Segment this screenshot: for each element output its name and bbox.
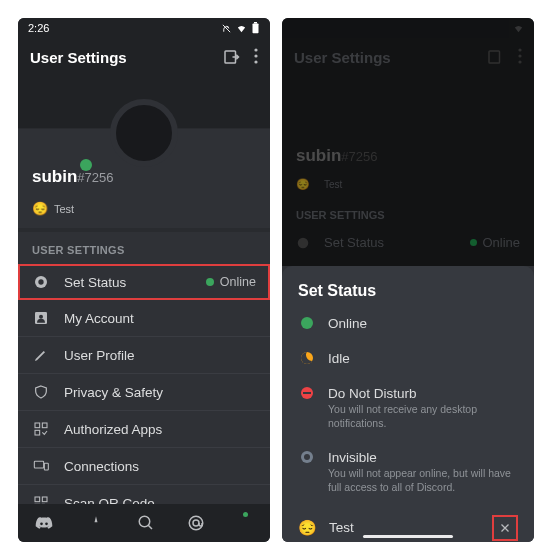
status-icons (221, 22, 260, 34)
setting-value: Online (206, 275, 256, 289)
connections-row[interactable]: Connections (18, 448, 270, 485)
setting-label: Authorized Apps (64, 422, 256, 437)
online-icon (301, 317, 313, 329)
overflow-menu-icon (518, 48, 522, 66)
svg-point-24 (193, 520, 199, 526)
devices-icon (32, 458, 50, 474)
online-dot-icon (206, 278, 214, 286)
svg-rect-15 (35, 497, 40, 502)
app-header: User Settings (282, 38, 534, 76)
svg-rect-12 (35, 430, 40, 435)
status-option-idle[interactable]: Idle (296, 341, 520, 376)
svg-rect-25 (489, 51, 500, 63)
custom-status-emoji: 😔 (298, 519, 317, 537)
app-header: User Settings (18, 38, 270, 76)
avatar[interactable] (110, 99, 178, 167)
presence-dot-icon (243, 512, 248, 517)
status-icon (32, 274, 50, 290)
privacy-safety-row[interactable]: Privacy & Safety (18, 374, 270, 411)
status-name: Do Not Disturb (328, 386, 518, 401)
clear-custom-status-button[interactable] (492, 515, 518, 541)
dimmed-background[interactable]: User Settings subin#7256 😔 Test USER SET… (282, 18, 534, 266)
svg-point-21 (45, 523, 48, 526)
setting-label: Privacy & Safety (64, 385, 256, 400)
emoji: 😔 (296, 178, 310, 191)
status-icon (296, 236, 310, 250)
page-title: User Settings (30, 49, 127, 66)
status-name: Online (328, 316, 367, 331)
custom-status-emoji: 😔 (32, 201, 48, 216)
status-option-invisible[interactable]: Invisible You will not appear online, bu… (296, 440, 520, 504)
dim-custom-status: 😔 Test (282, 170, 534, 199)
phone-right: User Settings subin#7256 😔 Test USER SET… (282, 18, 534, 542)
close-icon (499, 522, 511, 534)
idle-icon (301, 352, 313, 364)
tab-discord-icon[interactable] (34, 515, 54, 531)
status-option-dnd[interactable]: Do Not Disturb You will not receive any … (296, 376, 520, 440)
authorized-apps-row[interactable]: Authorized Apps (18, 411, 270, 448)
clock: 2:26 (28, 22, 49, 34)
section-header: USER SETTINGS (18, 232, 270, 264)
wifi-icon (236, 23, 247, 34)
svg-rect-13 (34, 461, 43, 468)
invisible-icon (301, 451, 313, 463)
tab-search-icon[interactable] (137, 514, 155, 532)
svg-point-9 (39, 315, 43, 319)
dim-section-header: USER SETTINGS (282, 199, 534, 227)
svg-point-7 (38, 279, 43, 284)
my-account-row[interactable]: My Account (18, 300, 270, 337)
svg-point-5 (254, 60, 257, 63)
status-name: Idle (328, 351, 350, 366)
pencil-icon (32, 347, 50, 363)
svg-point-27 (518, 54, 521, 57)
dnd-icon (301, 387, 313, 399)
svg-point-22 (139, 516, 150, 527)
apps-icon (32, 421, 50, 437)
custom-status-text: Test (54, 203, 74, 215)
wifi-icon (513, 23, 524, 34)
custom-status[interactable]: 😔 Test (18, 195, 270, 228)
setting-label: Set Status (64, 275, 192, 290)
sheet-title: Set Status (296, 276, 520, 306)
custom-status-text: Test (329, 520, 480, 535)
alarm-off-icon (221, 23, 232, 34)
status-desc: You will not receive any desktop notific… (328, 403, 518, 430)
svg-point-20 (40, 523, 43, 526)
tab-friends-icon[interactable] (87, 514, 105, 532)
exit-icon[interactable] (222, 48, 240, 66)
svg-rect-0 (253, 24, 259, 34)
setting-label: User Profile (64, 348, 256, 363)
username: subin (296, 146, 341, 165)
tab-bar (18, 504, 270, 542)
overflow-menu-icon[interactable] (254, 48, 258, 66)
exit-icon (486, 48, 504, 66)
page-title: User Settings (294, 49, 391, 66)
set-status-row[interactable]: Set Status Online (18, 264, 270, 300)
discriminator: #7256 (341, 149, 377, 164)
username: subin (32, 167, 77, 186)
battery-icon (251, 22, 260, 34)
svg-point-4 (254, 54, 257, 57)
svg-rect-16 (42, 497, 47, 502)
status-name: Invisible (328, 450, 518, 465)
status-desc: You will not appear online, but will hav… (328, 467, 518, 494)
setting-label: My Account (64, 311, 256, 326)
phone-left: 2:26 User Settings subin#7 (18, 18, 270, 542)
dim-set-status-row: Set Status Online (282, 227, 534, 258)
setting-label: Connections (64, 459, 256, 474)
svg-rect-14 (44, 463, 48, 470)
set-status-sheet: Set Status Online Idle Do Not Disturb Yo… (282, 266, 534, 542)
presence-indicator (80, 159, 92, 171)
svg-point-3 (254, 48, 257, 51)
dim-user-info: subin#7256 (282, 116, 534, 170)
svg-point-26 (518, 48, 521, 51)
account-icon (32, 310, 50, 326)
online-dot-icon (470, 239, 477, 246)
tab-mentions-icon[interactable] (187, 514, 205, 532)
svg-point-29 (298, 237, 309, 248)
svg-point-28 (518, 60, 521, 63)
status-option-online[interactable]: Online (296, 306, 520, 341)
svg-rect-1 (254, 22, 257, 24)
user-profile-row[interactable]: User Profile (18, 337, 270, 374)
status-bar: 2:26 (18, 18, 270, 38)
